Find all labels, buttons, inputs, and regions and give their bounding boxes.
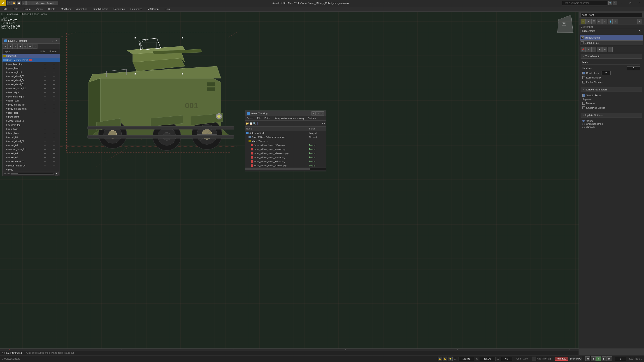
- modifier-icon-modify[interactable]: ⊞: [586, 19, 591, 24]
- key-filter-select[interactable]: Selected: [568, 357, 582, 361]
- asset-row-fresnel[interactable]: Smart_Military_Robot_Fresnel.png Found: [250, 147, 326, 151]
- list-item[interactable]: wheel_detail_01 ——: [2, 82, 60, 86]
- prev-frame-btn[interactable]: ◀: [591, 356, 596, 361]
- layer-panel-help[interactable]: ?: [51, 39, 54, 42]
- asset-row-maxfile[interactable]: Smart_Military_Robot_max_vray.max Networ…: [248, 135, 326, 139]
- y-input[interactable]: [480, 357, 496, 361]
- asset-close-btn[interactable]: ✕: [323, 122, 325, 125]
- menu-help[interactable]: Help: [162, 6, 173, 12]
- list-item[interactable]: dumper_base_01 ——: [2, 147, 60, 151]
- search-icon[interactable]: 🔍: [608, 1, 612, 5]
- stack-move-up[interactable]: ▲: [592, 47, 596, 52]
- asset-tb-2[interactable]: 📋: [250, 122, 252, 125]
- asset-help-btn[interactable]: ?: [322, 122, 323, 125]
- 3d-viewport[interactable]: [+] [Perspective] [Shaded + Edged Faces]…: [0, 12, 578, 349]
- list-item[interactable]: head_right ——: [2, 90, 60, 94]
- modifier-list-dropdown[interactable]: TurboSmooth Edit Poly Symmetry: [580, 29, 642, 33]
- asset-menu-bitmap[interactable]: Bitmap Performance and Memory: [272, 116, 306, 121]
- smoothing-groups-check[interactable]: [582, 106, 585, 109]
- open-btn[interactable]: 📂: [12, 1, 16, 5]
- close-btn[interactable]: ✕: [635, 0, 644, 6]
- list-item[interactable]: stair_back ——: [2, 111, 60, 115]
- asset-menu-server[interactable]: Server: [245, 116, 255, 121]
- frame-input[interactable]: [615, 357, 626, 361]
- menu-group[interactable]: Group: [21, 6, 34, 12]
- asset-row-refract[interactable]: Smart_Military_Robot_Refract.png Found: [250, 159, 326, 164]
- iterations-input[interactable]: [627, 66, 640, 70]
- object-name-input[interactable]: [580, 13, 642, 17]
- list-item[interactable]: wheel_05 ——: [2, 135, 60, 139]
- asset-tb-1[interactable]: 📁: [246, 122, 249, 125]
- list-item[interactable]: body_details_right ——: [2, 107, 60, 111]
- list-item[interactable]: body ——: [2, 168, 60, 171]
- stack-move-down[interactable]: ▼: [597, 47, 602, 52]
- always-radio[interactable]: [582, 120, 585, 122]
- render-iters-input[interactable]: [602, 71, 610, 75]
- menu-views[interactable]: Views: [33, 6, 45, 12]
- modifier-icon-5[interactable]: ⊡: [602, 19, 607, 24]
- list-item[interactable]: wheel_02 ——: [2, 155, 60, 159]
- asset-row-glossiness[interactable]: Smart_Military_Robot_Glossiness.png Foun…: [250, 151, 326, 155]
- layer-btn-2[interactable]: ✕: [8, 44, 13, 49]
- asset-row-maps-folder[interactable]: Maps / Shaders: [248, 139, 326, 143]
- menu-rendering[interactable]: Rendering: [111, 6, 128, 12]
- play-btn[interactable]: ▶: [596, 356, 601, 361]
- navigation-cube[interactable]: Top Persp: [556, 16, 574, 34]
- menu-tools[interactable]: Tools: [10, 6, 21, 12]
- menu-animation[interactable]: Animation: [74, 6, 90, 12]
- list-item[interactable]: gun_base_right ——: [2, 94, 60, 99]
- list-item[interactable]: guns_base ——: [2, 66, 60, 70]
- autokey-btn[interactable]: Auto Key: [555, 357, 568, 361]
- x-input[interactable]: [458, 357, 474, 361]
- addtime-btn[interactable]: +: [532, 357, 536, 361]
- modifier-icon-6[interactable]: 💧: [608, 19, 612, 24]
- z-input[interactable]: [501, 357, 512, 361]
- list-item[interactable]: dumper_base_02 ——: [2, 86, 60, 90]
- layer-scrollbar[interactable]: [11, 173, 54, 175]
- materials-check[interactable]: [582, 102, 585, 105]
- stack-config[interactable]: ⚙: [586, 47, 591, 52]
- status-btn-1[interactable]: 🔒: [438, 357, 442, 361]
- modifier-turbosmooth[interactable]: ✓ TurboSmooth: [580, 35, 643, 40]
- explicit-normals-checkbox[interactable]: [582, 81, 585, 83]
- search-bar[interactable]: [562, 1, 607, 5]
- layer-btn-4[interactable]: ▣: [18, 44, 22, 49]
- when-rendering-radio[interactable]: [582, 123, 585, 125]
- asset-menu-paths[interactable]: Paths: [263, 116, 272, 121]
- new-btn[interactable]: □: [8, 1, 12, 5]
- menu-maxscript[interactable]: MAXScript: [145, 6, 162, 12]
- menu-customize[interactable]: Customize: [128, 6, 145, 12]
- list-item[interactable]: body_details_left ——: [2, 103, 60, 107]
- asset-row-specular[interactable]: Smart_Military_Robot_Specular.png Found: [250, 164, 326, 168]
- modifier-icon-create[interactable]: ✦: [580, 19, 586, 24]
- asset-row-vault[interactable]: Autodesk Vault Logged: [245, 131, 326, 135]
- list-item[interactable]: sensors_top ——: [2, 123, 60, 127]
- modifier-icon-7[interactable]: ⚙: [613, 19, 618, 24]
- menu-graph-editors[interactable]: Graph Editors: [90, 6, 111, 12]
- menu-create[interactable]: Create: [45, 6, 58, 12]
- list-item[interactable]: head_base ——: [2, 131, 60, 135]
- list-item[interactable]: wheel_detail_06 ——: [2, 139, 60, 143]
- list-item[interactable]: wheel_detail_04 ——: [2, 78, 60, 82]
- workspace-dropdown[interactable]: Workspace: Default: [31, 1, 58, 5]
- stack-show[interactable]: 👁: [602, 47, 607, 52]
- asset-menu-options[interactable]: Options: [306, 116, 317, 121]
- render-iters-check[interactable]: [582, 72, 585, 74]
- layer-btn-6[interactable]: ⟳: [28, 44, 32, 49]
- layer-panel-close[interactable]: ✕: [55, 39, 58, 42]
- modifier-icon-3[interactable]: ☰: [592, 19, 596, 24]
- search-input[interactable]: [564, 2, 606, 4]
- list-item[interactable]: cap_front ——: [2, 127, 60, 131]
- asset-row-normal[interactable]: Smart_Military_Robot_Normal.png Found: [250, 155, 326, 159]
- stack-delete[interactable]: ✕: [608, 47, 612, 52]
- asset-panel-minimize[interactable]: –: [312, 111, 316, 115]
- asset-tb-3[interactable]: 🔍: [253, 122, 256, 125]
- turbosmooth-rollout[interactable]: ▼ TurboSmooth: [580, 54, 642, 59]
- manually-radio[interactable]: [582, 126, 585, 128]
- smooth-result-check[interactable]: [582, 94, 585, 97]
- modifier-editablepoly[interactable]: Editable Poly: [580, 40, 643, 45]
- menu-modifiers[interactable]: Modifiers: [58, 6, 74, 12]
- layer-btn-3[interactable]: +: [13, 44, 18, 49]
- layer-item-default[interactable]: 0 (default) ✓ — —: [2, 54, 60, 58]
- list-item[interactable]: sensors_front ——: [2, 70, 60, 74]
